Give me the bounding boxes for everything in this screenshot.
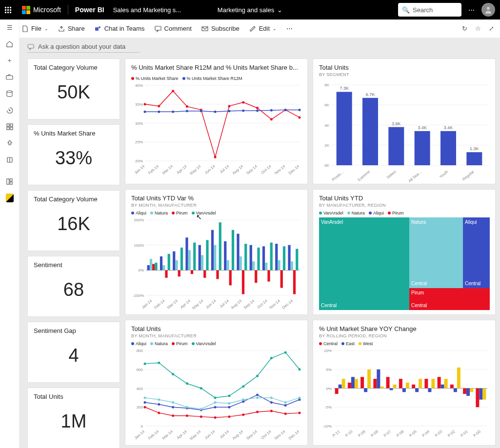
create-icon[interactable]: ＋: [6, 57, 14, 64]
svg-text:100%: 100%: [134, 243, 144, 248]
tile-total-units-card[interactable]: Total Units 1M: [27, 388, 120, 448]
svg-rect-122: [193, 243, 196, 271]
metrics-icon[interactable]: [6, 106, 14, 114]
menu-icon[interactable]: ☰: [6, 23, 14, 31]
tile-units-market-share[interactable]: % Units Market Share 33%: [27, 124, 120, 185]
svg-point-154: [158, 403, 160, 406]
svg-rect-95: [150, 259, 152, 270]
home-icon[interactable]: [6, 40, 14, 48]
svg-rect-83: [147, 265, 150, 270]
svg-text:Apr-14: Apr-14: [176, 164, 188, 175]
tile-title: Total Units YTD Var %: [131, 195, 301, 202]
svg-point-39: [144, 103, 146, 105]
tile-total-category-volume-1[interactable]: Total Category Volume 50K: [27, 58, 120, 119]
svg-point-170: [214, 401, 217, 404]
refresh-icon[interactable]: ↻: [462, 25, 467, 32]
tile-ytd-treemap[interactable]: Total Units YTD BY MANUFACTURER, REGION …: [313, 189, 496, 315]
svg-point-159: [228, 406, 230, 409]
app-name[interactable]: Power BI: [75, 6, 104, 14]
deployment-icon[interactable]: [6, 139, 14, 147]
svg-text:Aug-14: Aug-14: [230, 298, 243, 310]
svg-point-161: [256, 394, 259, 396]
svg-rect-226: [466, 152, 482, 165]
svg-text:Sep-14: Sep-14: [245, 429, 258, 441]
bar-chart: -100%0%100%200%Jan-14Feb-14Mar-14Apr-14M…: [131, 217, 302, 310]
kpi-value: 4: [34, 335, 114, 376]
svg-rect-126: [244, 244, 247, 270]
tile-total-units-segment[interactable]: Total Units BY SEGMENT 0K2K4K6K8K7.3KPro…: [313, 58, 496, 184]
svg-rect-118: [293, 270, 296, 294]
svg-rect-112: [216, 270, 219, 279]
svg-rect-263: [339, 385, 342, 389]
page-selector[interactable]: Marketing and sales ⌄: [218, 6, 282, 14]
browse-icon[interactable]: [6, 73, 14, 81]
app-launcher-icon[interactable]: [5, 7, 11, 13]
svg-rect-270: [428, 389, 431, 392]
search-input[interactable]: 🔍 Search: [398, 3, 461, 17]
svg-text:40%: 40%: [135, 83, 143, 88]
tile-ums-line-chart[interactable]: % Units Market Share R12M and % Units Ma…: [125, 58, 308, 184]
svg-rect-255: [386, 377, 390, 388]
svg-text:800: 800: [137, 349, 143, 353]
tile-sentiment[interactable]: Sentiment 68: [27, 256, 120, 317]
share-button[interactable]: Share: [58, 25, 85, 32]
page-name: Marketing and sales: [218, 6, 274, 14]
svg-point-13: [99, 26, 100, 28]
svg-rect-111: [203, 270, 206, 278]
fullscreen-icon[interactable]: ⤢: [489, 25, 494, 32]
svg-rect-86: [185, 237, 188, 270]
svg-point-48: [270, 118, 273, 120]
qa-input[interactable]: Ask a question about your data: [27, 43, 140, 53]
tile-yoy-change[interactable]: % Unit Market Share YOY Change BY ROLLIN…: [313, 320, 496, 446]
more-icon[interactable]: ⋯: [468, 6, 475, 14]
svg-point-167: [172, 401, 174, 404]
svg-text:Nov-14: Nov-14: [268, 298, 281, 310]
svg-text:3.4K: 3.4K: [418, 125, 427, 130]
favorite-icon[interactable]: ☆: [475, 25, 481, 32]
svg-rect-282: [431, 379, 435, 388]
svg-rect-9: [7, 178, 9, 184]
svg-point-165: [144, 396, 146, 399]
workspaces-icon[interactable]: [6, 177, 14, 185]
svg-rect-223: [440, 131, 456, 165]
svg-rect-259: [438, 377, 441, 388]
kpi-value: 68: [34, 270, 114, 310]
tile-total-units-line[interactable]: Total Units BY MONTH, MANUFACTURER Aliqu…: [125, 320, 308, 446]
tile-total-category-volume-2[interactable]: Total Category Volume 16K: [27, 190, 120, 251]
chat-teams-button[interactable]: Chat in Teams: [95, 25, 145, 32]
svg-point-200: [299, 368, 301, 370]
tile-ytd-var-chart[interactable]: Total Units YTD Var % BY MONTH, MANUFACT…: [125, 189, 308, 315]
powerbi-logo-icon[interactable]: [6, 194, 14, 202]
comment-button[interactable]: Comment: [155, 25, 192, 32]
svg-rect-266: [377, 370, 380, 389]
svg-text:Jun-14: Jun-14: [205, 298, 217, 310]
svg-point-177: [144, 406, 146, 409]
svg-rect-119: [155, 263, 157, 271]
svg-text:200: 200: [137, 405, 143, 409]
svg-rect-285: [470, 389, 473, 392]
svg-rect-99: [201, 255, 203, 270]
svg-point-190: [158, 362, 160, 364]
svg-point-41: [172, 90, 174, 92]
learn-icon[interactable]: [6, 156, 14, 164]
workspace-name[interactable]: Sales and Marketing s...: [113, 6, 181, 14]
file-menu[interactable]: File⌄: [21, 25, 48, 32]
tile-sentiment-gap[interactable]: Sentiment Gap 4: [27, 322, 120, 383]
svg-rect-269: [415, 389, 419, 392]
svg-point-53: [172, 111, 174, 113]
header-divider: [68, 5, 68, 15]
more-options[interactable]: ⋯: [286, 25, 293, 32]
svg-text:P-00: P-00: [472, 429, 481, 438]
svg-rect-277: [367, 370, 371, 389]
user-avatar[interactable]: [481, 3, 495, 17]
data-hub-icon[interactable]: [6, 90, 14, 97]
subscribe-button[interactable]: Subscribe: [201, 25, 240, 32]
svg-rect-253: [360, 377, 364, 388]
dashboard-grid: Total Category Volume 50K % Units Market…: [0, 58, 500, 448]
svg-rect-109: [178, 270, 180, 276]
svg-text:May-14: May-14: [189, 429, 202, 441]
apps-icon[interactable]: [6, 123, 14, 131]
svg-rect-5: [10, 124, 13, 126]
edit-button[interactable]: Edit⌄: [249, 25, 277, 32]
svg-rect-121: [180, 248, 183, 270]
